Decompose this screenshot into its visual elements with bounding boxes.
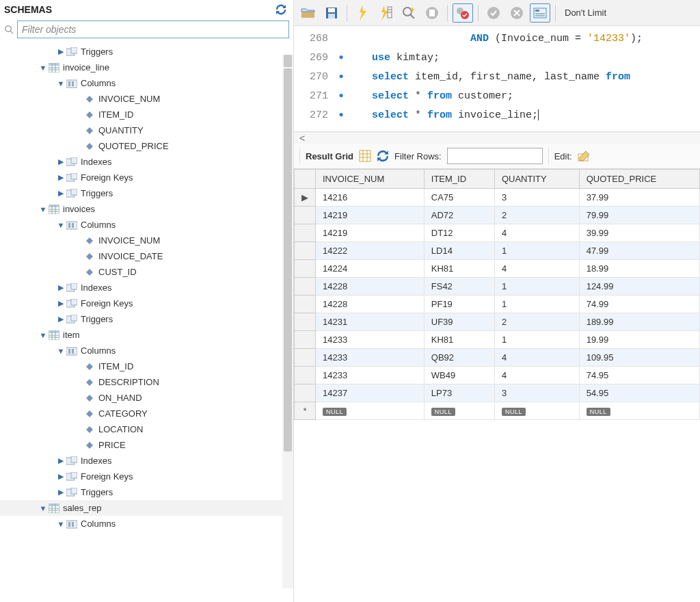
scroll-up-arrow[interactable] — [284, 55, 292, 67]
tree-node[interactable]: ▼Columns — [0, 75, 293, 91]
limit-dropdown[interactable]: Don't Limit — [565, 8, 606, 18]
tree-node[interactable]: ▼invoice_line — [0, 60, 293, 75]
explain-icon[interactable] — [399, 3, 419, 23]
tree-node[interactable]: ▼item — [0, 327, 293, 343]
tree-node[interactable]: ▶Triggers — [0, 311, 293, 327]
cell[interactable]: CA75 — [424, 189, 494, 207]
tree-node[interactable]: ◆INVOICE_NUM — [0, 91, 293, 107]
schema-tree[interactable]: ▶Triggers▼invoice_line▼Columns◆INVOICE_N… — [0, 42, 293, 602]
tree-node[interactable]: ◆INVOICE_DATE — [0, 248, 293, 264]
tree-node[interactable]: ▶Indexes — [0, 280, 293, 296]
cell[interactable]: 1 — [494, 296, 579, 313]
cell[interactable]: LP73 — [424, 384, 494, 402]
chevron-right-icon[interactable]: ▶ — [56, 157, 66, 166]
cell[interactable]: FS42 — [424, 278, 494, 296]
cell-null[interactable]: NULL — [494, 402, 579, 420]
cell-null[interactable]: NULL — [316, 402, 425, 420]
edit-row-icon[interactable] — [578, 150, 591, 162]
cell[interactable]: 14228 — [316, 278, 425, 296]
cell[interactable]: UF39 — [424, 313, 494, 331]
execute-icon[interactable] — [352, 3, 373, 23]
cell[interactable]: 18.99 — [579, 260, 699, 278]
chevron-down-icon[interactable]: ▼ — [56, 520, 66, 528]
tree-node[interactable]: ◆ITEM_ID — [0, 107, 293, 122]
cell[interactable]: 4 — [494, 224, 579, 242]
cell[interactable]: 189.99 — [579, 313, 699, 331]
result-grid-view-icon[interactable] — [359, 150, 371, 162]
chevron-down-icon[interactable]: ▼ — [38, 64, 48, 72]
table-row[interactable]: 14219AD72279.99 — [295, 207, 700, 224]
table-row[interactable]: ▶14216CA75337.99 — [295, 189, 700, 207]
cell-null[interactable]: NULL — [424, 402, 494, 420]
chevron-down-icon[interactable]: ▼ — [56, 79, 66, 88]
chevron-down-icon[interactable]: ▼ — [56, 221, 66, 229]
chevron-right-icon[interactable]: ▶ — [56, 315, 66, 324]
filter-rows-input[interactable] — [447, 148, 543, 164]
editor-line[interactable]: 270● select item_id, first_name, last_na… — [294, 67, 700, 86]
cell[interactable]: AD72 — [424, 207, 494, 224]
tree-node[interactable]: ◆LOCATION — [0, 421, 293, 437]
sql-editor[interactable]: 268 AND (Invoice_num = '14233');269● use… — [294, 26, 700, 132]
cell[interactable]: 37.99 — [579, 189, 699, 207]
tree-node[interactable]: ▶Triggers — [0, 44, 293, 60]
cell[interactable]: 14219 — [316, 224, 425, 242]
chevron-right-icon[interactable]: ▶ — [56, 283, 66, 292]
cell[interactable]: 14233 — [316, 331, 425, 349]
tree-node[interactable]: ◆CUST_ID — [0, 264, 293, 280]
table-row[interactable]: 14233QB924109.95 — [295, 349, 700, 367]
execute-current-icon[interactable] — [375, 3, 396, 23]
tree-node[interactable]: ◆DESCRIPTION — [0, 374, 293, 390]
cell[interactable]: 2 — [494, 313, 579, 331]
table-row[interactable]: 14231UF392189.99 — [295, 313, 700, 331]
chevron-down-icon[interactable]: ▼ — [38, 504, 48, 512]
tree-node[interactable]: ▶Foreign Keys — [0, 170, 293, 185]
chevron-right-icon[interactable]: ▶ — [56, 189, 66, 198]
scroll-thumb[interactable] — [284, 68, 292, 452]
cell[interactable]: 14233 — [316, 349, 425, 367]
cell[interactable]: 74.95 — [579, 367, 699, 384]
column-header[interactable]: QUANTITY — [494, 170, 579, 189]
tree-node[interactable]: ▼sales_rep — [0, 500, 293, 516]
editor-line[interactable]: 269● use kimtay; — [294, 48, 700, 67]
tree-node[interactable]: ▶Triggers — [0, 484, 293, 500]
table-row[interactable]: 14222LD14147.99 — [295, 242, 700, 260]
tree-node[interactable]: ▶Foreign Keys — [0, 296, 293, 311]
cell[interactable]: 14228 — [316, 296, 425, 313]
tree-node[interactable]: ▶Indexes — [0, 154, 293, 170]
cell[interactable]: 124.99 — [579, 278, 699, 296]
cell[interactable]: 4 — [494, 260, 579, 278]
chevron-down-icon[interactable]: ▼ — [56, 347, 66, 355]
tree-node[interactable]: ▶Indexes — [0, 453, 293, 469]
cell[interactable]: KH81 — [424, 331, 494, 349]
tree-node[interactable]: ▼Columns — [0, 217, 293, 233]
code-text[interactable]: AND (Invoice_num = '14233'); — [347, 33, 700, 44]
code-text[interactable]: select * from customer; — [347, 90, 700, 102]
tree-node[interactable]: ▼Columns — [0, 516, 293, 532]
stop-icon[interactable] — [422, 3, 442, 23]
table-row[interactable]: 14224KH81418.99 — [295, 260, 700, 278]
cell[interactable]: PF19 — [424, 296, 494, 313]
result-grid[interactable]: INVOICE_NUMITEM_IDQUANTITYQUOTED_PRICE▶1… — [294, 169, 700, 420]
chevron-right-icon[interactable]: ▶ — [56, 173, 66, 182]
code-text[interactable]: select item_id, first_name, last_name fr… — [347, 71, 700, 83]
column-header[interactable]: ITEM_ID — [424, 170, 494, 189]
column-header[interactable]: INVOICE_NUM — [316, 170, 425, 189]
code-text[interactable]: use kimtay; — [347, 52, 700, 64]
tree-node[interactable]: ◆ITEM_ID — [0, 358, 293, 374]
column-header[interactable]: QUOTED_PRICE — [579, 170, 699, 189]
cell[interactable]: QB92 — [424, 349, 494, 367]
chevron-right-icon[interactable]: ▶ — [56, 488, 66, 497]
cell[interactable]: 14219 — [316, 207, 425, 224]
cell[interactable]: WB49 — [424, 367, 494, 384]
filter-objects-input[interactable] — [17, 21, 289, 38]
table-row[interactable]: 14219DT12439.99 — [295, 224, 700, 242]
cell[interactable]: 47.99 — [579, 242, 699, 260]
cell[interactable]: 14237 — [316, 384, 425, 402]
table-row[interactable]: 14233KH81119.99 — [295, 331, 700, 349]
tree-node[interactable]: ▼invoices — [0, 201, 293, 217]
cell-null[interactable]: NULL — [579, 402, 699, 420]
table-row[interactable]: 14237LP73354.95 — [295, 384, 700, 402]
table-row[interactable]: 14228FS421124.99 — [295, 278, 700, 296]
cell[interactable]: KH81 — [424, 260, 494, 278]
commit-icon[interactable] — [483, 3, 504, 23]
